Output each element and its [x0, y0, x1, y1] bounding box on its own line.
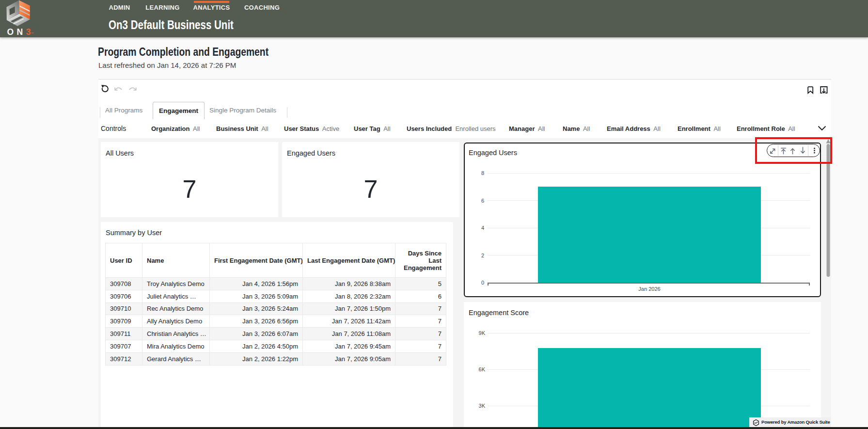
- svg-text:ON3™: ON3™: [7, 27, 34, 37]
